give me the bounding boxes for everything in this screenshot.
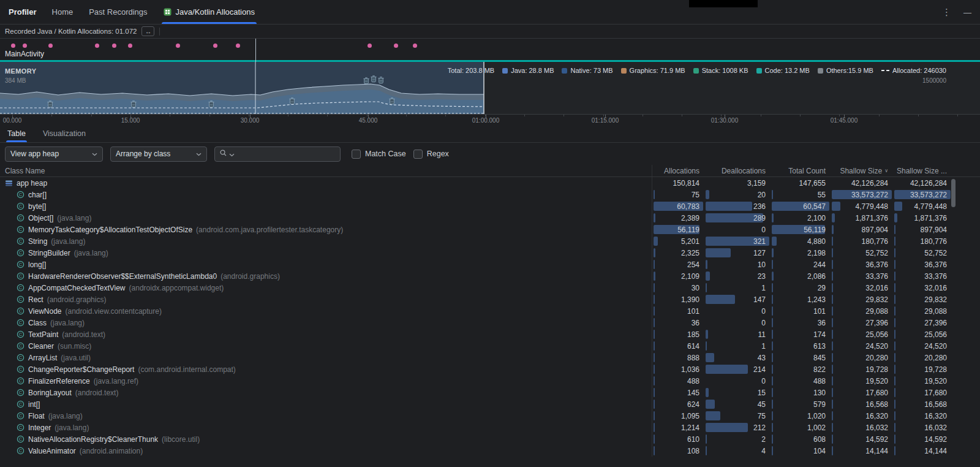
class-icon: C: [17, 365, 24, 373]
hide-window-icon[interactable]: —: [963, 8, 971, 17]
value-heat-bar: [832, 306, 833, 316]
column-header-shallow-size-remaining[interactable]: Shallow Size ...: [893, 165, 952, 177]
table-row[interactable]: CArrayList(java.util)8884384520,28020,28…: [0, 352, 980, 363]
view-tab-visualization[interactable]: Visualization: [42, 124, 87, 142]
table-row[interactable]: Cbyte[]60,78323660,5474,779,4484,779,448: [0, 200, 980, 212]
heap-dropdown[interactable]: View app heap: [5, 146, 103, 162]
numeric-cell: 180,776: [893, 235, 952, 247]
table-row[interactable]: CFinalizerReference(java.lang.ref)488048…: [0, 375, 980, 387]
numeric-cell: 1: [704, 340, 771, 352]
numeric-cell: 4,779,448: [831, 200, 893, 212]
view-tab-table[interactable]: Table: [6, 124, 27, 142]
allocation-event-dot[interactable]: [213, 44, 217, 48]
numeric-cell: 33,376: [831, 270, 893, 282]
numeric-cell: 1,243: [771, 294, 831, 305]
table-row[interactable]: CHardwareRendererObserver$$ExternalSynth…: [0, 270, 980, 282]
value-heat-bar: [772, 271, 774, 281]
zoom-to-fit-button[interactable]: ↔: [141, 26, 154, 36]
arrange-dropdown[interactable]: Arrange by class: [110, 146, 207, 162]
column-header-deallocations[interactable]: Deallocations: [704, 165, 771, 177]
value-heat-bar: [706, 388, 709, 397]
search-input[interactable]: [236, 150, 336, 158]
table-row[interactable]: CTextPaint(android.text)1851117425,05625…: [0, 328, 980, 340]
table-row[interactable]: CNativeAllocationRegistry$CleanerThunk(l…: [0, 433, 980, 445]
regex-checkbox[interactable]: Regex: [413, 150, 449, 159]
table-row[interactable]: CCleaner(sun.misc)614161324,52024,520: [0, 340, 980, 352]
value-heat-bar: [832, 202, 840, 211]
table-row[interactable]: app heap150,8143,159147,65542,126,28442,…: [0, 177, 980, 189]
allocation-event-dot[interactable]: [95, 44, 99, 48]
value-heat-bar: [654, 388, 655, 397]
memory-track[interactable]: MEMORY 384 MB Total: 203.8 MBJava: 28.8 …: [0, 62, 980, 114]
view-tabs: TableVisualization: [0, 124, 980, 143]
numeric-cell: 1,095: [652, 410, 704, 422]
allocation-event-dot[interactable]: [394, 44, 398, 48]
legend-color-chip: [818, 68, 823, 74]
table-row[interactable]: Clong[]2541024436,37636,376: [0, 259, 980, 270]
table-row[interactable]: CValueAnimator(android.animation)1084104…: [0, 445, 980, 457]
table-row[interactable]: CMemoryTaskCategory$AllocationTestObject…: [0, 224, 980, 235]
numeric-cell: 19,520: [831, 375, 893, 387]
selection-overlay: [0, 62, 484, 114]
table-row[interactable]: CChangeReporter$ChangeReport(com.android…: [0, 363, 980, 375]
class-name-cell: CCleaner(sun.misc): [0, 340, 652, 352]
value-heat-bar: [832, 330, 833, 339]
table-row[interactable]: CClass(java.lang)3603627,39627,396: [0, 317, 980, 328]
match-case-checkbox[interactable]: Match Case: [352, 150, 406, 159]
numeric-cell: 822: [771, 363, 831, 375]
table-row[interactable]: CAppCompatCheckedTextView(androidx.appco…: [0, 282, 980, 294]
legend-item: Others:15.9 MB: [818, 67, 873, 74]
table-row[interactable]: CStringBuilder(java.lang)2,3251272,19852…: [0, 247, 980, 259]
table-row[interactable]: CRect(android.graphics)1,3901471,24329,8…: [0, 294, 980, 305]
allocation-event-dot[interactable]: [128, 44, 132, 48]
value-heat-bar: [772, 248, 774, 257]
tab-home[interactable]: Home: [44, 0, 81, 24]
package-name: (java.lang.ref): [94, 377, 138, 385]
value-heat-bar: [832, 225, 834, 234]
allocation-event-dot[interactable]: [112, 44, 116, 48]
table-row[interactable]: Cint[]6244557916,56816,568: [0, 398, 980, 410]
value-heat-bar: [706, 248, 731, 257]
table-row[interactable]: CViewNode(android.view.contentcapture)10…: [0, 305, 980, 317]
class-icon: C: [17, 284, 24, 292]
class-name-cell: CChangeReporter$ChangeReport(com.android…: [0, 363, 652, 375]
svg-text:C: C: [19, 425, 23, 430]
numeric-cell: 25,056: [893, 328, 952, 340]
numeric-cell: 16,568: [831, 398, 893, 410]
column-header-class-name[interactable]: Class Name: [0, 165, 652, 177]
more-options-icon[interactable]: ⋮: [942, 7, 951, 18]
table-row[interactable]: CFloat(java.lang)1,095751,02016,32016,32…: [0, 410, 980, 422]
allocation-event-dot[interactable]: [368, 44, 372, 48]
table-row[interactable]: Cchar[]75205533,573,27233,573,272: [0, 189, 980, 200]
numeric-cell: 289: [704, 212, 771, 224]
tab-past-recordings[interactable]: Past Recordings: [81, 0, 155, 24]
allocation-event-dot[interactable]: [11, 44, 15, 48]
time-axis: 00.00015.00030.00045.00001:00.00001:15.0…: [0, 114, 980, 124]
axis-minor-tick: [957, 115, 958, 116]
class-name-cell: CStringBuilder(java.lang): [0, 247, 652, 259]
package-name: (android.text): [75, 389, 119, 397]
event-track[interactable]: MainActivity: [0, 39, 980, 62]
svg-text:C: C: [19, 215, 23, 221]
numeric-cell: 2,389: [652, 212, 704, 224]
search-box[interactable]: [214, 146, 341, 162]
allocation-event-dot[interactable]: [23, 44, 27, 48]
svg-text:C: C: [19, 238, 23, 244]
allocation-event-dot[interactable]: [48, 44, 53, 48]
table-row[interactable]: CString(java.lang)5,2013214,880180,77618…: [0, 235, 980, 247]
allocation-event-dot[interactable]: [413, 44, 417, 48]
vertical-scrollbar-thumb[interactable]: [951, 179, 956, 207]
column-header-allocations[interactable]: Allocations: [652, 165, 704, 177]
allocation-event-dot[interactable]: [236, 44, 240, 48]
allocation-event-dot[interactable]: [176, 44, 180, 48]
table-row[interactable]: CObject[](java.lang)2,3892892,1001,871,3…: [0, 212, 980, 224]
sort-descending-icon: ∨: [884, 168, 888, 173]
class-icon: C: [17, 354, 24, 362]
numeric-cell: 1,214: [652, 422, 704, 433]
tab-java-kotlin-allocations[interactable]: Java/Kotlin Allocations: [156, 0, 263, 24]
column-header-total-count[interactable]: Total Count: [771, 165, 831, 177]
table-row[interactable]: CBoringLayout(android.text)1451513017,68…: [0, 387, 980, 398]
numeric-cell: 1,871,376: [831, 212, 893, 224]
table-row[interactable]: CInteger(java.lang)1,2142121,00216,03216…: [0, 422, 980, 433]
column-header-shallow-size[interactable]: Shallow Size ∨: [831, 165, 893, 177]
